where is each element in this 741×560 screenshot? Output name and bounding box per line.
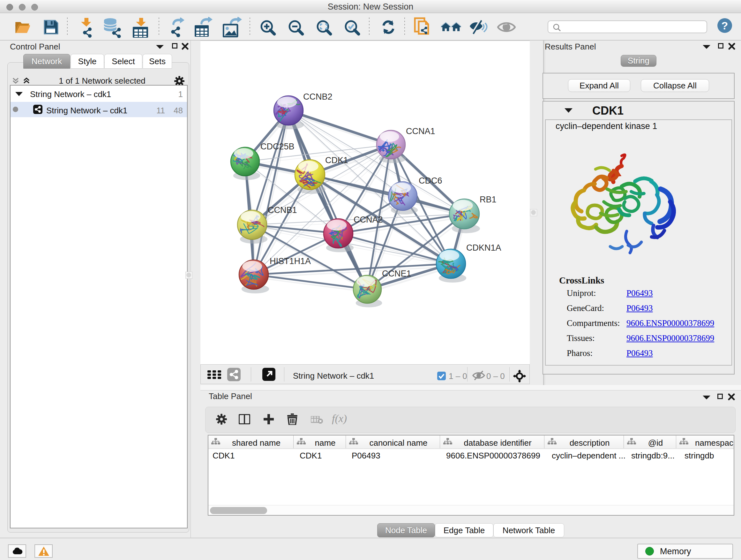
svg-text:CCNB2: CCNB2 <box>303 92 333 102</box>
svg-text:CCNA1: CCNA1 <box>406 126 435 136</box>
svg-text:RB1: RB1 <box>480 195 496 204</box>
svg-text:CDC6: CDC6 <box>419 176 442 186</box>
svg-text:HIST1H1A: HIST1H1A <box>270 256 311 266</box>
svg-text:CCNA2: CCNA2 <box>354 215 383 225</box>
svg-text:CDC25B: CDC25B <box>260 142 294 151</box>
svg-text:CCNB1: CCNB1 <box>268 205 297 215</box>
svg-text:CCNE1: CCNE1 <box>382 269 411 278</box>
svg-text:CDK1: CDK1 <box>325 155 348 165</box>
svg-text:CDKN1A: CDKN1A <box>466 243 501 253</box>
